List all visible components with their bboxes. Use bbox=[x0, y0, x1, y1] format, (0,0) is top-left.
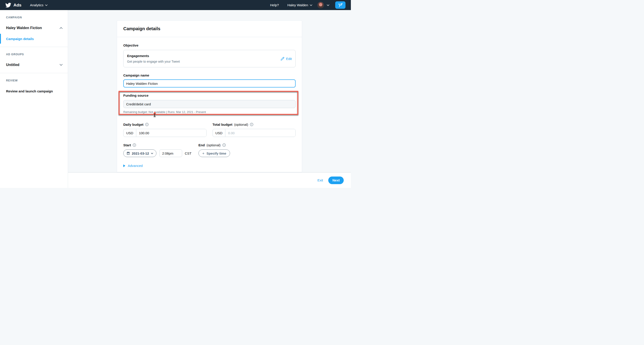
funding-source-helper: Remaining budget: Not available | Runs: … bbox=[123, 110, 296, 114]
campaign-details-card: Campaign details Objective Engagements G… bbox=[117, 20, 302, 172]
sidebar-section-campaign: CAMPAIGN Haley Walden Fiction Campaign d… bbox=[0, 10, 68, 47]
objective-value: Engagements bbox=[127, 54, 180, 58]
page-title: Campaign details bbox=[123, 26, 296, 31]
chevron-down-icon bbox=[151, 152, 153, 154]
card-body: Objective Engagements Get people to enga… bbox=[117, 37, 302, 172]
sidebar-heading-campaign: CAMPAIGN bbox=[6, 16, 68, 19]
objective-summary: Engagements Get people to engage with yo… bbox=[127, 54, 180, 63]
plus-icon: + bbox=[202, 152, 204, 155]
sidebar-heading-ad-groups: AD GROUPS bbox=[6, 53, 68, 56]
compose-tweet-icon bbox=[338, 3, 343, 8]
active-indicator bbox=[0, 34, 1, 44]
start-time-input[interactable] bbox=[159, 150, 182, 157]
pencil-icon bbox=[280, 57, 284, 61]
specify-time-label: Specify time bbox=[206, 152, 226, 155]
info-icon[interactable] bbox=[133, 144, 136, 147]
main-content: Campaign details Objective Engagements G… bbox=[68, 10, 351, 188]
exit-link[interactable]: Exit bbox=[317, 178, 323, 182]
objective-box: Engagements Get people to engage with yo… bbox=[123, 50, 296, 67]
info-icon[interactable] bbox=[250, 123, 253, 126]
next-button[interactable]: Next bbox=[328, 176, 344, 184]
sidebar-item-campaign-details[interactable]: Campaign details bbox=[0, 33, 68, 44]
funding-source-label: Funding source bbox=[123, 94, 296, 97]
sidebar-section-ad-groups: AD GROUPS Untitled bbox=[0, 47, 68, 73]
chevron-up-icon bbox=[59, 27, 63, 29]
advanced-label: Advanced bbox=[128, 164, 143, 168]
edit-objective-button[interactable]: Edit bbox=[280, 57, 292, 61]
daily-budget-label: Daily budget bbox=[123, 122, 144, 126]
nav-analytics-menu[interactable]: Analytics bbox=[30, 3, 48, 7]
schedule-row: Start 2021-03-12 bbox=[123, 143, 296, 157]
end-optional: (optional) bbox=[206, 143, 221, 147]
daily-budget-currency: USD bbox=[124, 129, 136, 137]
total-budget-currency: USD bbox=[213, 129, 226, 137]
objective-label: Objective bbox=[123, 44, 296, 47]
chevron-down-icon bbox=[59, 64, 63, 66]
brand-name: Ads bbox=[14, 3, 22, 8]
sidebar-item-haley-walden-fiction[interactable]: Haley Walden Fiction bbox=[0, 22, 68, 33]
start-section: Start 2021-03-12 bbox=[123, 143, 192, 157]
brand[interactable]: Ads bbox=[5, 2, 22, 8]
campaign-name-label: Campaign name bbox=[123, 74, 296, 77]
campaign-name-section: Campaign name bbox=[123, 74, 296, 88]
total-budget-section: Total budget (optional) USD bbox=[212, 122, 296, 137]
timezone-label: CST bbox=[185, 152, 192, 155]
calendar-icon bbox=[126, 152, 130, 155]
top-navbar: Ads Analytics Help? Haley Walden bbox=[0, 0, 351, 10]
sidebar-item-review-and-launch[interactable]: Review and launch campaign bbox=[0, 86, 68, 96]
funding-source-value: Credit/debit card bbox=[123, 100, 296, 108]
info-icon[interactable] bbox=[222, 144, 226, 147]
total-budget-input[interactable] bbox=[225, 129, 295, 137]
campaign-name-input[interactable] bbox=[123, 80, 296, 88]
sidebar-item-untitled[interactable]: Untitled bbox=[0, 60, 68, 70]
avatar[interactable] bbox=[317, 2, 324, 8]
daily-budget-section: Daily budget USD bbox=[123, 122, 206, 137]
nav-analytics-label: Analytics bbox=[30, 3, 44, 7]
daily-budget-input[interactable] bbox=[136, 129, 206, 137]
objective-description: Get people to engage with your Tweet bbox=[127, 60, 180, 63]
advanced-toggle[interactable]: Advanced bbox=[123, 164, 296, 168]
chevron-down-icon bbox=[45, 4, 48, 6]
objective-section: Objective Engagements Get people to enga… bbox=[123, 44, 296, 67]
budget-row: Daily budget USD Total budget (optional) bbox=[123, 122, 296, 137]
sidebar-heading-review: REVIEW bbox=[6, 79, 68, 82]
end-label: End bbox=[198, 143, 205, 147]
nav-help-link[interactable]: Help? bbox=[270, 3, 279, 7]
chevron-down-icon bbox=[310, 4, 312, 6]
wizard-footer: Exit Next bbox=[68, 172, 351, 188]
total-budget-label: Total budget bbox=[212, 122, 232, 126]
start-label: Start bbox=[123, 143, 131, 147]
daily-budget-input-group: USD bbox=[123, 129, 206, 137]
chevron-down-icon[interactable] bbox=[327, 4, 330, 6]
nav-user-name: Haley Walden bbox=[287, 3, 308, 7]
compose-tweet-button[interactable] bbox=[335, 1, 346, 9]
total-budget-input-group: USD bbox=[212, 129, 296, 137]
edit-label: Edit bbox=[286, 57, 292, 61]
total-budget-optional: (optional) bbox=[234, 122, 248, 126]
twitter-bird-icon bbox=[5, 2, 11, 8]
card-header: Campaign details bbox=[117, 20, 302, 37]
end-section: End (optional) + Specify time bbox=[198, 143, 230, 157]
start-date-value: 2021-03-12 bbox=[132, 152, 149, 155]
nav-help-label: Help? bbox=[270, 3, 279, 7]
nav-account-menu[interactable]: Haley Walden bbox=[287, 3, 312, 7]
triangle-right-icon bbox=[123, 164, 125, 167]
start-date-picker[interactable]: 2021-03-12 bbox=[123, 150, 156, 157]
specify-end-time-button[interactable]: + Specify time bbox=[198, 150, 230, 157]
info-icon[interactable] bbox=[145, 123, 148, 126]
sidebar: CAMPAIGN Haley Walden Fiction Campaign d… bbox=[0, 10, 68, 188]
sidebar-section-review: REVIEW Review and launch campaign bbox=[0, 73, 68, 96]
funding-source-section: Funding source Credit/debit card Remaini… bbox=[123, 94, 296, 114]
